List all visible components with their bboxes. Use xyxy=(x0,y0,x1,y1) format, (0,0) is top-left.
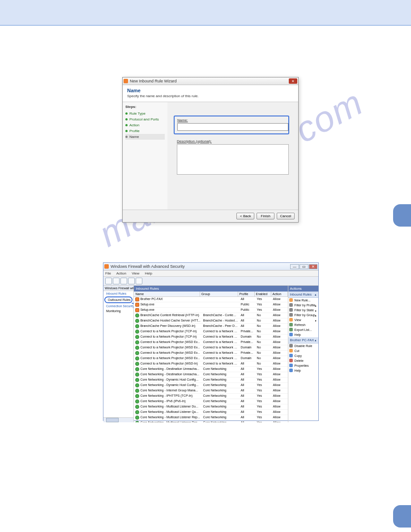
page-header-bar xyxy=(0,0,411,26)
